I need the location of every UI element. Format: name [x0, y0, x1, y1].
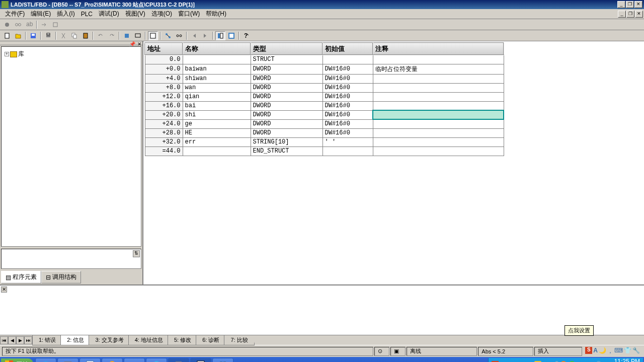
output-close-icon[interactable]: ✕: [1, 286, 7, 293]
header-address[interactable]: 地址: [145, 43, 183, 55]
cell-name[interactable]: baiwan: [183, 64, 251, 74]
cell-comm[interactable]: [373, 55, 504, 64]
minimize-button[interactable]: _: [617, 1, 625, 8]
cell-name[interactable]: [183, 55, 251, 64]
redo-icon[interactable]: [107, 31, 117, 40]
module-icon[interactable]: [50, 20, 60, 29]
cell-comm[interactable]: [373, 92, 504, 101]
output-tab-1[interactable]: 2: 信息: [60, 335, 91, 345]
cell-type[interactable]: STRING[10]: [251, 137, 323, 147]
taskbar-clock[interactable]: 11:25 PM 4/17/2014: [613, 359, 640, 362]
ime-a-icon[interactable]: A: [593, 347, 598, 355]
cell-name[interactable]: qian: [183, 92, 251, 101]
cell-name[interactable]: bai: [183, 101, 251, 110]
cell-init[interactable]: DW#16#0: [323, 74, 373, 83]
close-button[interactable]: ✕: [634, 1, 642, 8]
expand-icon[interactable]: +: [5, 52, 9, 56]
task-explorer[interactable]: [57, 358, 78, 362]
cell-addr[interactable]: +28.0: [145, 128, 183, 137]
ime-keyboard-icon[interactable]: ⌨: [614, 347, 623, 355]
cell-init[interactable]: DW#16#0: [323, 83, 373, 92]
cell-addr[interactable]: +8.0: [145, 83, 183, 92]
cell-comm[interactable]: [373, 137, 504, 147]
menu-plc[interactable]: PLC: [78, 10, 96, 19]
first-icon[interactable]: [189, 31, 199, 40]
panel-close-icon[interactable]: ✕: [137, 41, 141, 47]
open-icon[interactable]: [13, 31, 23, 40]
cell-addr[interactable]: +4.0: [145, 74, 183, 83]
detail-view-icon[interactable]: [215, 31, 225, 40]
start-button[interactable]: 开始: [1, 358, 33, 363]
cell-type[interactable]: DWORD: [251, 92, 323, 101]
output-tab-5[interactable]: 6: 诊断: [196, 335, 226, 345]
table-row[interactable]: +4.0shiwanDWORDDW#16#0: [145, 74, 504, 83]
ab-icon[interactable]: ab: [24, 20, 34, 29]
cell-name[interactable]: shiwan: [183, 74, 251, 83]
cell-comm[interactable]: [373, 147, 504, 156]
header-type[interactable]: 类型: [251, 43, 323, 55]
cell-type[interactable]: END_STRUCT: [251, 147, 323, 156]
cell-name[interactable]: shi: [183, 110, 251, 119]
sort-icon[interactable]: ⇅: [133, 250, 140, 257]
mdi-close[interactable]: ✕: [635, 11, 643, 18]
table-row[interactable]: +8.0wanDWORDDW#16#0: [145, 83, 504, 92]
cell-type[interactable]: STRUCT: [251, 55, 323, 64]
paste-icon[interactable]: [80, 31, 91, 40]
output-tab-4[interactable]: 5: 修改: [168, 335, 198, 345]
cell-name[interactable]: wan: [183, 83, 251, 92]
menu-file[interactable]: 文件(F): [2, 9, 28, 19]
new-icon[interactable]: [2, 31, 12, 40]
last-icon[interactable]: [200, 31, 210, 40]
overview-icon[interactable]: [148, 31, 158, 40]
menu-view[interactable]: 视图(V): [122, 9, 148, 19]
task-app4[interactable]: 9: [146, 358, 167, 362]
simulate-icon[interactable]: [174, 31, 184, 40]
cell-addr[interactable]: +0.0: [145, 64, 183, 74]
cell-addr[interactable]: +24.0: [145, 119, 183, 128]
table-row[interactable]: +12.0qianDWORDDW#16#0: [145, 92, 504, 101]
task-app3[interactable]: [124, 358, 145, 362]
cell-type[interactable]: DWORD: [251, 74, 323, 83]
task-simatic[interactable]: [168, 358, 189, 362]
mdi-minimize[interactable]: _: [618, 11, 626, 18]
cell-name[interactable]: ge: [183, 119, 251, 128]
cell-init[interactable]: [323, 55, 373, 64]
output-tab-2[interactable]: 3: 交叉参考: [89, 335, 130, 345]
menu-window[interactable]: 窗口(W): [175, 9, 203, 19]
task-hwconfig[interactable]: [212, 358, 233, 362]
output-tab-6[interactable]: 7: 比较: [224, 335, 254, 345]
cell-addr[interactable]: +20.0: [145, 110, 183, 119]
table-row[interactable]: +24.0geDWORDDW#16#0: [145, 119, 504, 128]
network-icon[interactable]: [163, 31, 173, 40]
cell-comm[interactable]: [373, 110, 504, 119]
print-icon[interactable]: [43, 31, 53, 40]
header-initial[interactable]: 初始值: [323, 43, 373, 55]
menu-debug[interactable]: 调试(D): [96, 9, 122, 19]
copy-icon[interactable]: [69, 31, 79, 40]
cell-type[interactable]: DWORD: [251, 128, 323, 137]
cell-init[interactable]: DW#16#0: [323, 128, 373, 137]
cell-comm[interactable]: [373, 74, 504, 83]
table-row[interactable]: +32.0errSTRING[10]' ': [145, 137, 504, 147]
cell-comm[interactable]: [373, 128, 504, 137]
cell-init[interactable]: [323, 147, 373, 156]
nav-next-icon[interactable]: ▶: [16, 336, 24, 344]
cell-type[interactable]: DWORD: [251, 83, 323, 92]
cell-init[interactable]: DW#16#0: [323, 92, 373, 101]
cell-type[interactable]: DWORD: [251, 64, 323, 74]
undo-icon[interactable]: [96, 31, 106, 40]
pin-icon[interactable]: 📌: [129, 41, 135, 47]
tree-root-node[interactable]: + 库: [4, 49, 139, 59]
cell-addr[interactable]: 0.0: [145, 55, 183, 64]
menu-options[interactable]: 选项(O): [148, 9, 175, 19]
task-lad[interactable]: [190, 358, 211, 362]
table-row[interactable]: =44.0END_STRUCT: [145, 147, 504, 156]
menu-insert[interactable]: 插入(I): [54, 9, 77, 19]
monitor-icon[interactable]: [133, 31, 143, 40]
table-row[interactable]: +0.0baiwanDWORDDW#16#0临时占位符变量: [145, 64, 504, 74]
cell-init[interactable]: DW#16#0: [323, 119, 373, 128]
cell-type[interactable]: DWORD: [251, 119, 323, 128]
element-tree[interactable]: + 库: [1, 46, 141, 247]
table-row[interactable]: +20.0shiDWORDDW#16#0: [145, 110, 504, 119]
maximize-button[interactable]: ❐: [626, 1, 634, 8]
